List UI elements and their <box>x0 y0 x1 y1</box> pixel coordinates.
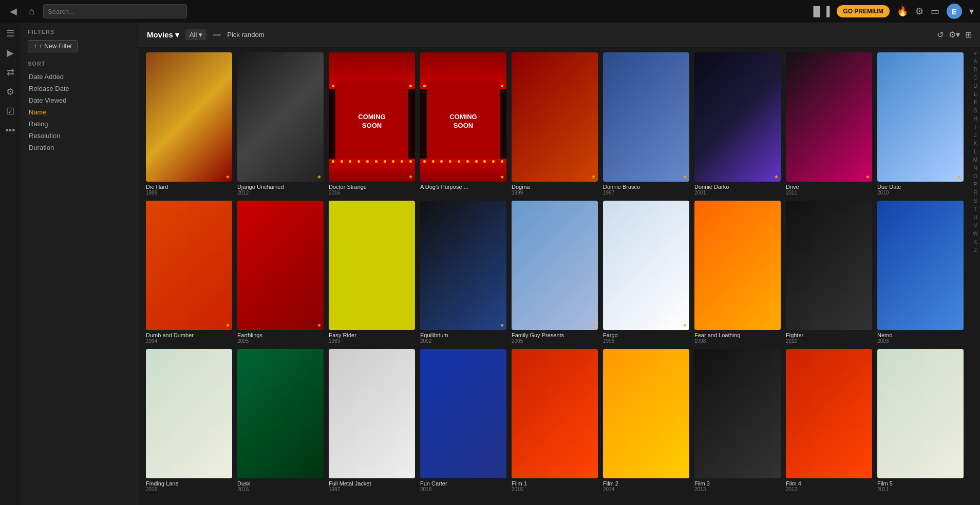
sort-item-duration[interactable]: Duration <box>28 142 131 153</box>
movie-poster <box>329 349 415 478</box>
alpha-j[interactable]: J <box>974 131 977 140</box>
star-badge: ★ <box>225 174 230 180</box>
alpha-g[interactable]: G <box>973 107 977 115</box>
movie-card[interactable]: Film 32013 <box>694 349 781 492</box>
movie-card[interactable]: ★Fear and Loathing1998 <box>694 201 781 344</box>
menu-icon[interactable]: ☰ <box>3 28 18 39</box>
pick-random-button[interactable]: Pick random <box>227 31 264 38</box>
movie-card[interactable]: Film 52011 <box>877 349 964 492</box>
alpha-e[interactable]: E <box>974 90 977 99</box>
alpha-h[interactable]: H <box>973 115 977 123</box>
equalizer-icon[interactable]: ⚙ <box>3 86 18 98</box>
dropdown-icon[interactable]: ▾ <box>969 6 974 17</box>
movie-card[interactable]: ★Due Date2010 <box>877 52 964 196</box>
sort-item-name[interactable]: Name <box>28 106 131 118</box>
sort-item-release-date[interactable]: Release Date <box>28 83 131 94</box>
movie-card[interactable]: ★Donnie Brasco1997 <box>603 52 689 196</box>
movie-card[interactable]: ★Family Guy Presents2005 <box>512 201 598 344</box>
refresh-icon[interactable]: ↺ <box>937 30 944 40</box>
alpha-r[interactable]: R <box>973 189 977 197</box>
movie-card[interactable]: ★Django Unchained2012 <box>237 52 324 196</box>
alpha-t[interactable]: T <box>974 205 977 213</box>
movie-year: 2010 <box>877 190 964 196</box>
movie-card[interactable]: Fighter2010 <box>786 201 872 344</box>
fire-icon[interactable]: 🔥 <box>897 6 908 17</box>
movie-card[interactable]: COMING SOON★A Dog's Purpose ... <box>420 52 506 196</box>
movie-card[interactable]: Film 12015 <box>512 349 598 492</box>
star-badge: ★ <box>683 174 687 180</box>
alpha-b[interactable]: B <box>974 66 977 74</box>
movie-card[interactable]: Film 42012 <box>786 349 872 492</box>
alpha-v[interactable]: V <box>974 222 977 230</box>
alpha-z[interactable]: Z <box>974 246 977 255</box>
more-icon[interactable]: ••• <box>3 125 18 136</box>
alpha-s[interactable]: S <box>974 197 977 205</box>
alpha-o[interactable]: O <box>973 172 977 181</box>
movie-card[interactable]: COMING SOON★Doctor Strange2016 <box>329 52 415 196</box>
movie-card[interactable]: ★Donnie Darko2001 <box>694 52 781 196</box>
alpha-x[interactable]: X <box>974 238 977 246</box>
sort-item-date-viewed[interactable]: Date Viewed <box>28 94 131 106</box>
avatar[interactable]: E <box>947 4 962 19</box>
movie-card[interactable]: Film 22014 <box>603 349 689 492</box>
tools-icon[interactable]: ⚙ <box>915 6 924 17</box>
movie-poster <box>237 349 324 478</box>
alpha-a[interactable]: A <box>974 57 977 66</box>
movie-title: Donnie Darko <box>694 184 781 190</box>
play-icon[interactable]: ▶ <box>3 47 18 59</box>
movie-card[interactable]: Full Metal Jacket1987 <box>329 349 415 492</box>
home-button[interactable]: ⌂ <box>25 6 39 17</box>
movie-card[interactable]: ★Dogma1999 <box>512 52 598 196</box>
star-badge: ★ <box>408 322 413 328</box>
movie-card[interactable]: ★Dumb and Dumber1994 <box>146 201 232 344</box>
checklist-icon[interactable]: ☑ <box>3 106 18 117</box>
sort-item-date-added[interactable]: Date Added <box>28 71 131 83</box>
movie-year: 2016 <box>329 190 415 196</box>
alpha-c[interactable]: C <box>973 74 977 82</box>
all-dropdown[interactable]: All ▾ <box>185 29 206 40</box>
back-button[interactable]: ◀ <box>6 6 21 17</box>
movie-card[interactable]: ★Equilibrium2002 <box>420 201 506 344</box>
movie-poster <box>603 349 689 478</box>
movie-card[interactable]: ★Earthlings2005 <box>237 201 324 344</box>
movie-card[interactable]: Finding Lane2019 <box>146 349 232 492</box>
alpha-k[interactable]: K <box>974 140 977 148</box>
star-badge: ★ <box>500 174 504 180</box>
movie-poster: ★ <box>146 201 232 330</box>
movie-card[interactable]: Nemo2003 <box>877 201 964 344</box>
movie-title: Easy Rider <box>329 332 415 338</box>
movies-dropdown[interactable]: Movies ▾ <box>147 30 179 40</box>
movie-year: 2012 <box>786 487 872 492</box>
movie-card[interactable]: Dusk2016 <box>237 349 324 492</box>
alpha-l[interactable]: L <box>974 148 977 156</box>
premium-button[interactable]: GO PREMIUM <box>837 5 890 17</box>
sort-item-resolution[interactable]: Resolution <box>28 130 131 142</box>
alpha-m[interactable]: M <box>973 156 977 164</box>
alpha-d[interactable]: D <box>973 82 977 90</box>
movie-card[interactable]: ★Die Hard1988 <box>146 52 232 196</box>
alpha-n[interactable]: N <box>973 164 977 172</box>
movie-title: Film 5 <box>877 480 964 487</box>
movie-card[interactable]: ★Easy Rider1969 <box>329 201 415 344</box>
grid-icon[interactable]: ⊞ <box>965 30 972 40</box>
alpha-f[interactable]: F <box>974 99 977 107</box>
movie-info: Film 22014 <box>603 480 689 492</box>
movie-year: 2016 <box>237 487 324 492</box>
alpha-w[interactable]: W <box>973 230 977 238</box>
alpha-#[interactable]: # <box>974 49 977 57</box>
search-input[interactable] <box>43 4 187 18</box>
stats-icon[interactable]: ▐▌▐ <box>810 6 830 17</box>
new-filter-button[interactable]: + + New Filter <box>28 40 78 52</box>
filters-panel: FILTERS + + New Filter SORT Date AddedRe… <box>21 23 139 505</box>
movie-card[interactable]: ★Fargo1996 <box>603 201 689 344</box>
alpha-p[interactable]: P <box>974 181 977 189</box>
cast-icon[interactable]: ▭ <box>931 6 939 17</box>
sort-item-rating[interactable]: Rating <box>28 118 131 130</box>
alpha-u[interactable]: U <box>973 213 977 222</box>
alpha-i[interactable]: I <box>975 123 976 131</box>
movie-info: A Dog's Purpose ... <box>420 184 506 190</box>
settings-icon[interactable]: ⚙▾ <box>949 30 960 40</box>
movie-card[interactable]: ★Drive2011 <box>786 52 872 196</box>
movie-card[interactable]: Fun Carter2018 <box>420 349 506 492</box>
shuffle-icon[interactable]: ⇄ <box>3 67 18 78</box>
